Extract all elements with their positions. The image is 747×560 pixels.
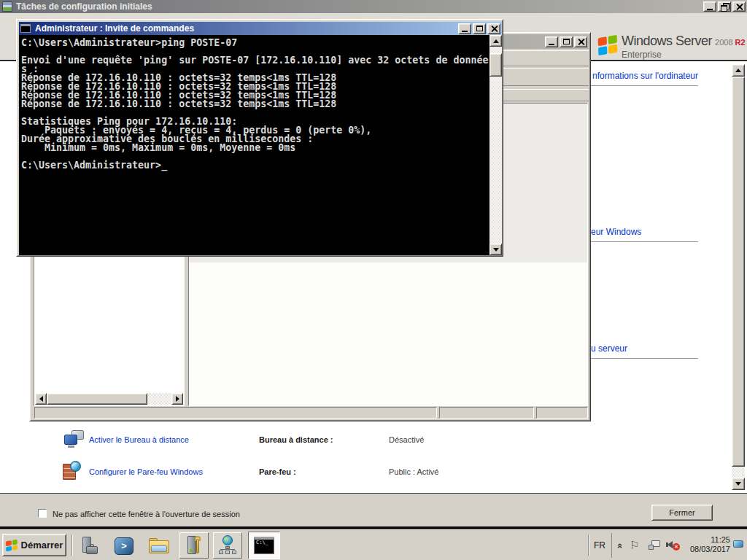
help-link-computer-information[interactable]: nformations sur l'ordinateur xyxy=(592,71,698,81)
maximize-icon xyxy=(476,26,483,31)
maximize-icon xyxy=(563,39,570,44)
scrollbar-track[interactable] xyxy=(732,467,745,478)
close-icon xyxy=(578,39,584,45)
powershell-icon: > xyxy=(115,537,133,555)
logo-release-text: R2 xyxy=(735,38,746,47)
network-tray-icon[interactable] xyxy=(649,540,661,551)
taskbar-separator xyxy=(71,534,73,556)
dont-show-checkbox-label: Ne pas afficher cette fenêtre à l'ouvert… xyxy=(53,510,240,518)
task-link-enable-remote-desktop[interactable]: Activer le Bureau à distance xyxy=(89,435,189,444)
cmd-app-icon xyxy=(20,24,31,33)
console-maximize-button[interactable] xyxy=(560,36,573,47)
taskbar-button-explorer[interactable] xyxy=(146,534,172,558)
help-link-update-server[interactable]: eur Windows xyxy=(591,227,641,237)
scroll-right-icon xyxy=(176,396,179,402)
tray-well: « ⚐ × 11:25 08/03/2017 xyxy=(611,533,744,558)
scroll-up-button[interactable] xyxy=(489,35,502,47)
cmd-content[interactable]: C:\Users\Administrateur>ping POSTE-07 En… xyxy=(19,35,502,255)
cmd-titlebar[interactable]: Administrateur : Invite de commandes xyxy=(19,22,502,35)
taskbar-button-command-prompt-active[interactable]: C:\_ xyxy=(248,532,280,559)
cmd-maximize-button[interactable] xyxy=(473,23,486,34)
scroll-down-icon xyxy=(735,482,741,486)
cmd-vertical-scrollbar[interactable] xyxy=(489,35,502,255)
server-manager-icon xyxy=(80,537,98,556)
taskbar-button-server-manager[interactable] xyxy=(76,534,102,558)
scrollbar-track[interactable] xyxy=(147,393,171,405)
ict-footer: Ne pas afficher cette fenêtre à l'ouvert… xyxy=(0,494,747,526)
clock[interactable]: 11:25 08/03/2017 xyxy=(682,535,730,554)
ict-window-title: Tâches de configuration initiales xyxy=(16,1,152,12)
help-link-customize-server[interactable]: u serveur xyxy=(591,343,627,354)
start-button[interactable]: Démarrer xyxy=(2,534,66,556)
task-link-configure-firewall[interactable]: Configurer le Pare-feu Windows xyxy=(89,467,203,476)
explorer-folder-icon xyxy=(149,538,169,554)
console-statusbar-cell-2 xyxy=(536,407,588,419)
task-label-remote-desktop: Bureau à distance : xyxy=(259,435,333,444)
tray-separator xyxy=(588,534,589,556)
network-console-icon xyxy=(218,535,237,556)
tray-time: 11:25 xyxy=(682,535,730,545)
action-center-flag-icon[interactable]: ⚐ xyxy=(630,539,639,552)
close-window-button[interactable]: Fermer xyxy=(651,505,713,521)
console-close-button[interactable] xyxy=(574,36,587,47)
cmd-taskbar-icon: C:\_ xyxy=(254,537,274,554)
start-button-label: Démarrer xyxy=(21,540,63,551)
windows-flag-icon xyxy=(598,35,618,55)
tree-horizontal-scrollbar[interactable] xyxy=(35,393,183,405)
ict-titlebar[interactable]: Tâches de configuration initiales xyxy=(0,0,747,13)
scrollbar-track[interactable] xyxy=(489,47,502,53)
restore-icon xyxy=(721,3,729,10)
scrollbar-thumb[interactable] xyxy=(489,53,502,77)
scroll-down-button[interactable] xyxy=(732,478,745,490)
windows-server-logo: Windows Server 2008 R2 Enterprise xyxy=(598,34,746,60)
window-command-prompt: Administrateur : Invite de commandes C:\… xyxy=(16,19,503,257)
ict-app-icon xyxy=(2,1,12,12)
scrollbar-thumb[interactable] xyxy=(732,77,745,467)
show-hidden-icons-chevron[interactable]: « xyxy=(615,542,626,548)
language-indicator[interactable]: FR xyxy=(594,540,605,551)
ict-minimize-button[interactable] xyxy=(703,1,716,12)
cmd-close-button[interactable] xyxy=(487,23,500,34)
section-rule-3 xyxy=(591,358,698,359)
taskbar-button-initial-config-tasks[interactable] xyxy=(179,532,209,559)
cmd-output-text: C:\Users\Administrateur>ping POSTE-07 En… xyxy=(21,39,488,170)
section-rule-2 xyxy=(591,241,698,242)
console-minimize-button[interactable] xyxy=(545,36,558,47)
mute-badge: × xyxy=(673,543,680,551)
taskbar: Démarrer > xyxy=(0,529,747,560)
ict-vertical-scrollbar[interactable] xyxy=(732,64,745,490)
scrollbar-thumb[interactable] xyxy=(47,393,147,405)
cmd-window-title: Administrateur : Invite de commandes xyxy=(35,23,194,34)
minimize-icon xyxy=(707,9,713,10)
console-statusbar-cell-1 xyxy=(439,407,534,419)
minimize-icon xyxy=(549,44,554,45)
close-button-label: Fermer xyxy=(669,508,694,517)
scroll-down-icon xyxy=(493,248,499,252)
close-icon xyxy=(736,4,743,10)
close-icon xyxy=(491,26,498,32)
remote-desktop-icon xyxy=(64,430,85,449)
volume-muted-icon[interactable]: × xyxy=(666,540,681,551)
scroll-up-icon xyxy=(735,69,741,72)
start-windows-flag-icon xyxy=(5,539,17,551)
task-value-firewall: Public : Activé xyxy=(389,467,438,476)
scroll-left-button[interactable] xyxy=(35,393,47,405)
scroll-down-button[interactable] xyxy=(489,244,502,255)
section-rule-1 xyxy=(591,85,698,86)
ict-close-button[interactable] xyxy=(732,1,746,12)
logo-edition-text: Enterprise xyxy=(622,50,746,60)
taskbar-button-powershell[interactable]: > xyxy=(111,534,137,558)
task-value-remote-desktop: Désactivé xyxy=(389,435,424,444)
tray-date: 08/03/2017 xyxy=(682,545,730,554)
scroll-up-button[interactable] xyxy=(732,64,745,77)
taskbar-button-network-console[interactable] xyxy=(213,532,242,559)
dont-show-checkbox[interactable] xyxy=(38,509,47,518)
config-tasks-icon xyxy=(185,536,203,555)
scrollbar-track[interactable] xyxy=(489,77,502,244)
ict-restore-button[interactable] xyxy=(718,1,731,12)
logo-year-text: 2008 xyxy=(715,38,732,47)
task-label-firewall: Pare-feu : xyxy=(259,467,296,476)
show-desktop-icon[interactable] xyxy=(733,540,743,548)
cmd-minimize-button[interactable] xyxy=(458,23,471,34)
scroll-right-button[interactable] xyxy=(171,393,183,405)
